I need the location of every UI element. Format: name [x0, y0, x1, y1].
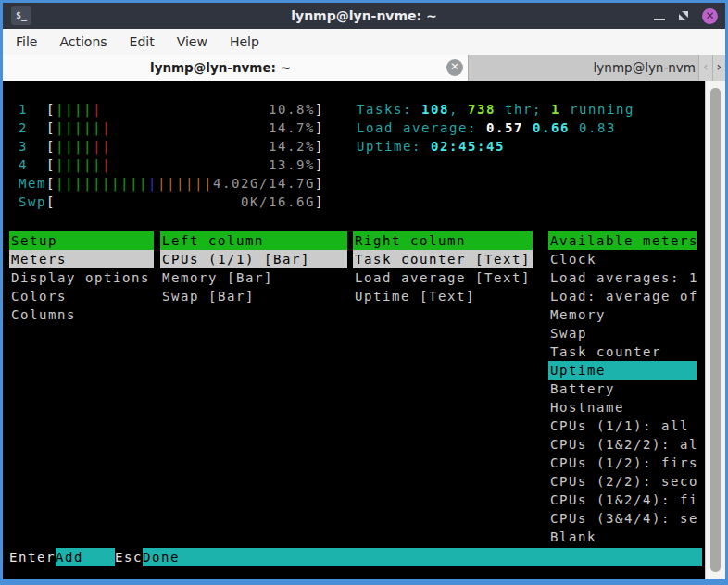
panel-item-columns[interactable]: Columns	[9, 305, 154, 324]
panel-header-right-column: Right column	[353, 231, 533, 250]
fkey-enter[interactable]: Enter	[9, 548, 56, 566]
meter-4: 4 [|||||| 13.9%]	[9, 156, 324, 174]
panel-item-load-averages-1[interactable]: Load averages: 1	[548, 268, 697, 287]
panel-item-battery[interactable]: Battery	[548, 380, 697, 398]
menu-actions[interactable]: Actions	[48, 29, 118, 55]
meter-mem: Mem[|||||||||||||||||4.02G/14.7G]	[9, 174, 324, 193]
restore-icon	[678, 10, 689, 21]
menu-file[interactable]: File	[5, 29, 48, 55]
panel-header-left-column: Left column	[160, 231, 347, 250]
panel-item-memory-bar[interactable]: Memory [Bar]	[160, 268, 347, 287]
meter-swp: Swp[ 0K/16.6G]	[9, 193, 324, 211]
meter-tasks: Tasks: 108, 738 thr; 1 running	[357, 100, 634, 118]
window-controls: ✕	[654, 3, 718, 29]
panel-item-hostname[interactable]: Hostname	[548, 398, 697, 417]
tab-close-icon[interactable]: ✕	[446, 59, 463, 76]
panel-item-uptime[interactable]: Uptime	[548, 361, 697, 380]
panel-item-display-options[interactable]: Display options	[9, 268, 154, 287]
panel-item-memory[interactable]: Memory	[548, 305, 697, 324]
tab-inactive[interactable]: lynmp@lyn-nvm	[469, 55, 698, 81]
terminal-scrollbar[interactable]	[705, 81, 725, 579]
tab-scroll-right-icon[interactable]: ›	[712, 55, 726, 81]
panel-item-cpus-1-1-bar[interactable]: CPUs (1/1) [Bar]	[160, 250, 347, 268]
window-title: lynmp@lyn-nvme: ~	[3, 3, 725, 29]
minimize-button[interactable]	[654, 19, 665, 20]
tabbar: lynmp@lyn-nvme: ~ ✕ lynmp@lyn-nvm ‹ ›	[3, 55, 725, 81]
panel-item-cpus-3-4-4-se[interactable]: CPUs (3&4/4): se	[548, 509, 697, 528]
function-bar: EnterAddEscDone	[9, 548, 702, 566]
panel-item-clock[interactable]: Clock	[548, 250, 697, 268]
panel-item-task-counter[interactable]: Task counter	[548, 342, 697, 361]
menu-help[interactable]: Help	[219, 29, 270, 55]
panel-item-load-average-text[interactable]: Load average [Text]	[353, 268, 533, 287]
maximize-button[interactable]	[678, 10, 689, 21]
tab-scroll-buttons: ‹ ›	[698, 55, 725, 81]
panel-header-setup: Setup	[9, 231, 154, 250]
fkey-esc[interactable]: Esc	[115, 548, 143, 566]
close-button[interactable]: ✕	[702, 8, 718, 24]
tab-inactive-label: lynmp@lyn-nvm	[469, 55, 698, 81]
panel-item-cpus-1-1-all[interactable]: CPUs (1/1): all	[548, 417, 697, 435]
meter-uptime: Uptime: 02:45:45	[357, 137, 505, 156]
meter-1: 1 [||||| 10.8%]	[9, 100, 324, 118]
tab-active-label: lynmp@lyn-nvme: ~	[3, 55, 438, 81]
panel-header-available-meters: Available meters	[548, 231, 697, 250]
panel-item-task-counter-text[interactable]: Task counter [Text]	[353, 250, 533, 268]
menu-view[interactable]: View	[166, 29, 219, 55]
panel-item-cpus-1-2-2-al[interactable]: CPUs (1&2/2): al	[548, 435, 697, 454]
titlebar[interactable]: $_ lynmp@lyn-nvme: ~ ✕	[3, 3, 725, 29]
fkey-label-done[interactable]: Done	[143, 548, 702, 566]
fkey-label-add[interactable]: Add	[56, 548, 115, 566]
panel-item-blank[interactable]: Blank	[548, 528, 697, 546]
menubar: File Actions Edit View Help	[3, 29, 725, 55]
panel-item-colors[interactable]: Colors	[9, 287, 154, 305]
panel-item-swap[interactable]: Swap	[548, 324, 697, 342]
panel-item-load-average-of[interactable]: Load: average of	[548, 287, 697, 305]
panel-item-cpus-1-2-4-fi[interactable]: CPUs (1&2/4): fi	[548, 491, 697, 509]
panel-item-swap-bar[interactable]: Swap [Bar]	[160, 287, 347, 305]
panel-item-cpus-2-2-seco[interactable]: CPUs (2/2): seco	[548, 472, 697, 491]
scrollbar-thumb[interactable]	[710, 88, 721, 572]
panel-item-cpus-1-2-firs[interactable]: CPUs (1/2): firs	[548, 454, 697, 472]
meter-2: 2 [|||||| 14.7%]	[9, 118, 324, 137]
meter-3: 3 [|||||| 14.2%]	[9, 137, 324, 156]
meter-load-average: Load average: 0.57 0.66 0.83	[357, 118, 616, 137]
terminal-screen[interactable]: 1 [||||| 10.8%] 2 [|||||| 14.7%] 3 [||||…	[3, 81, 705, 579]
menu-edit[interactable]: Edit	[119, 29, 166, 55]
panel-item-meters[interactable]: Meters	[9, 250, 154, 268]
tab-scroll-left-icon[interactable]: ‹	[698, 55, 712, 81]
panel-item-uptime-text[interactable]: Uptime [Text]	[353, 287, 533, 305]
terminal-window: $_ lynmp@lyn-nvme: ~ ✕ File Actions Edit…	[0, 0, 728, 585]
tab-active[interactable]: lynmp@lyn-nvme: ~ ✕	[3, 55, 469, 81]
